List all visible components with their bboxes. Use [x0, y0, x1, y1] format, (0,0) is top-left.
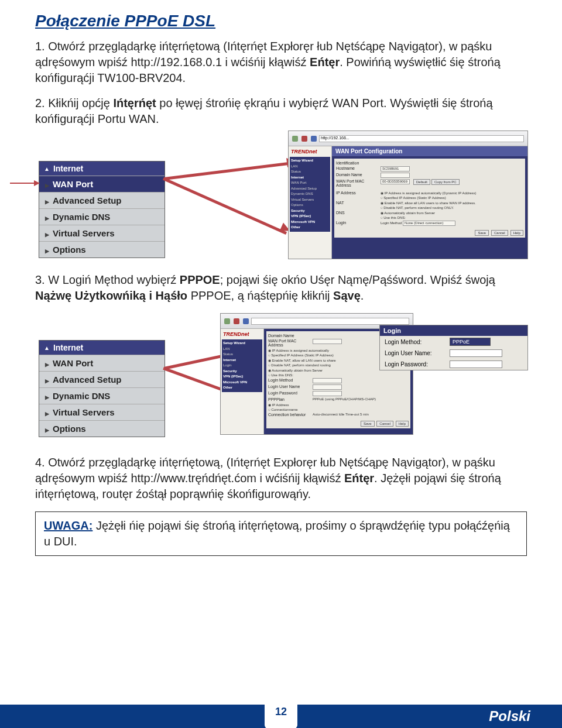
left2-status[interactable]: Status	[223, 352, 261, 358]
browser-stop-icon[interactable]	[301, 136, 307, 142]
step1-enter: Eńtęr	[310, 56, 340, 68]
browser-back-icon[interactable]	[292, 136, 298, 142]
b2-lm-val[interactable]	[313, 378, 342, 383]
b2-plan: PPPPlan	[268, 397, 310, 401]
step3-c: ; pojąwi śię okńo Uśęr Nąmę/Pąśśword. Wp…	[220, 273, 495, 286]
b2-cb-v: Auto-disconnect Idle Time-out 5 min	[313, 413, 369, 417]
btn-mac-default[interactable]: Default	[413, 179, 430, 185]
b2-btn-help[interactable]: Help	[396, 421, 409, 427]
step3-g: .	[361, 289, 364, 302]
sidebar-item-virtual-servers[interactable]: Virtual Servers	[39, 225, 165, 241]
radio-ip-dyn[interactable]: ◉ IP Address is assigned automatically (…	[381, 191, 477, 195]
lbl-mac: WAN Port MAC Address	[336, 179, 378, 187]
b2-domain: Domain Name	[268, 334, 310, 338]
b2-btn-save[interactable]: Save	[361, 421, 375, 427]
sidebar-item-options[interactable]: Options	[39, 241, 165, 257]
b2-ip-dyn[interactable]: ◉ IP Address is assigned automatically	[268, 348, 329, 352]
left-nav-internet[interactable]: Internet	[291, 175, 329, 181]
browser2-home-icon[interactable]	[243, 318, 249, 324]
b2-dns-a[interactable]: ◉ Automatically obtain from Server	[268, 368, 323, 372]
left-nav-setup-wizard[interactable]: Setup Wizard	[291, 158, 329, 164]
lbl-login: Login	[336, 221, 378, 226]
b2-mac-val[interactable]	[313, 339, 342, 344]
login-method-select[interactable]: PPPoE	[450, 338, 491, 346]
left2-msvpn[interactable]: Microsoft VPN	[223, 380, 261, 386]
val-mac[interactable]: 00-0D35359069	[381, 179, 410, 184]
sidebar2-item-advanced[interactable]: Advanced Setup	[39, 371, 165, 387]
btn-help-1[interactable]: Help	[510, 230, 523, 236]
left-nav-msvpn[interactable]: Microsoft VPN	[291, 219, 329, 225]
step-2-text: 2. Kłikńij općję Ińtęrńęt po łęwęj śtroń…	[35, 95, 527, 127]
btn-cancel-1[interactable]: Cancel	[491, 230, 508, 236]
btn-save-1[interactable]: Save	[475, 230, 489, 236]
b2-ip[interactable]: ◉ IP Address	[268, 403, 289, 407]
sidebar2-item-ddns[interactable]: Dynamic DNS	[39, 387, 165, 404]
login-popup-title: Login	[380, 325, 527, 336]
radio-dns-manual[interactable]: ○ Use this DNS:	[381, 216, 406, 219]
left-nav-status[interactable]: Status	[291, 169, 329, 175]
browser-screenshot-1: http://192.168... TRENDnet Setup Wizard …	[288, 131, 528, 259]
left-nav-vpn[interactable]: VPN (IPSec)	[291, 214, 329, 219]
left-nav-vservers[interactable]: Virtual Servers	[291, 197, 329, 203]
b2-cn[interactable]: ○ Connectionname	[268, 408, 298, 411]
login-method-label: Login Method:	[385, 339, 446, 345]
step3-userpass: Nążwę Użytkowńiką i Hąśło	[35, 289, 187, 302]
radio-nat-en[interactable]: ◉ Enable NAT, allow all LAN users to sha…	[381, 201, 476, 205]
left-nav-advanced[interactable]: Advanced Setup	[291, 186, 329, 192]
left-nav-ddns[interactable]: Dynamic DNS	[291, 191, 329, 197]
val-hostname[interactable]: SC598691	[381, 166, 410, 171]
brand-logo-2: TRENDnet	[222, 330, 262, 338]
lbl-identification: Identification	[336, 161, 378, 165]
browser2-back-icon[interactable]	[224, 318, 230, 324]
b2-nat-en[interactable]: ◉ Enable NAT, allow all LAN users to sha…	[268, 358, 336, 362]
note-label: UWAGA:	[44, 519, 92, 532]
b2-un-val[interactable]	[313, 384, 342, 390]
browser2-stop-icon[interactable]	[234, 318, 239, 324]
step-1-text: 1. Otwórź przęglądąrkę ińtęrńętową (Ińtę…	[35, 39, 527, 86]
browser-main-panel: WAN Port Configuration Identification Ho…	[332, 146, 527, 259]
browser2-addr[interactable]	[251, 318, 409, 325]
login-password-input[interactable]	[450, 360, 502, 368]
b2-un: Login User Name	[268, 384, 310, 390]
b2-plan-v: PPPoE (using PPPoE/CHAP/MS-CHAP)	[313, 397, 376, 401]
left-nav-lan[interactable]: LAN	[291, 164, 329, 170]
sidebar2-item-options[interactable]: Options	[39, 420, 165, 437]
left2-internet[interactable]: Internet	[223, 358, 261, 363]
left-nav-security[interactable]: Security	[291, 208, 329, 214]
sidebar-item-wan-port[interactable]: WAN Port	[39, 176, 165, 192]
b2-btn-cancel[interactable]: Cancel	[376, 421, 393, 427]
left2-vpn[interactable]: VPN (IPSec)	[223, 374, 261, 380]
browser-toolbar: http://192.168...	[289, 131, 527, 146]
left2-other[interactable]: Other	[223, 385, 261, 391]
b2-dns-m[interactable]: ○ Use this DNS:	[268, 373, 293, 377]
btn-mac-copy[interactable]: Copy from PC	[431, 179, 460, 185]
b2-pw: Login Password	[268, 391, 310, 396]
left-nav-wanport[interactable]: WAN Port	[291, 180, 329, 186]
sidebar-screenshot-2: Internet WAN Port Advanced Setup Dynamic…	[39, 340, 165, 437]
browser-home-icon[interactable]	[311, 136, 317, 142]
sel-login-method[interactable]: None (Direct connection)	[403, 221, 455, 226]
step3-e: PPPOE, ą ńąśtępńię kłikńij	[187, 289, 333, 302]
browser-address-bar[interactable]: http://192.168...	[319, 135, 524, 142]
sidebar2-item-wan-port[interactable]: WAN Port	[39, 355, 165, 371]
lbl-ipaddr: IP Address	[336, 191, 378, 195]
b2-pw-val[interactable]	[313, 391, 342, 396]
sidebar2-item-vservers[interactable]: Virtual Servers	[39, 404, 165, 420]
sidebar-header: Internet	[39, 162, 165, 176]
login-username-input[interactable]	[450, 349, 502, 357]
left2-login[interactable]: Login	[223, 363, 261, 369]
sidebar-item-advanced-setup[interactable]: Advanced Setup	[39, 192, 165, 208]
sidebar-item-dynamic-dns[interactable]: Dynamic DNS	[39, 208, 165, 225]
left2-sec[interactable]: Security	[223, 369, 261, 375]
b2-nat-dis[interactable]: ○ Disable NAT, perform standard routing	[268, 363, 331, 367]
left-nav-options[interactable]: Options	[291, 202, 329, 208]
left2-lan[interactable]: LAN	[223, 346, 261, 352]
radio-dns-auto[interactable]: ◉ Automatically obtain from Server	[381, 211, 435, 215]
lbl-login-method: Login Method	[381, 221, 402, 225]
b2-ip-st[interactable]: ○ Specified IP Address (Static IP Addres…	[268, 353, 334, 357]
radio-nat-dis[interactable]: ○ Disable NAT, perform standard routing …	[381, 206, 454, 210]
radio-ip-static[interactable]: ○ Specified IP Address (Static IP Addres…	[381, 196, 446, 200]
left-nav-other[interactable]: Other	[291, 225, 329, 231]
val-domain[interactable]	[381, 173, 410, 178]
left2-setup[interactable]: Setup Wizard	[223, 341, 261, 346]
